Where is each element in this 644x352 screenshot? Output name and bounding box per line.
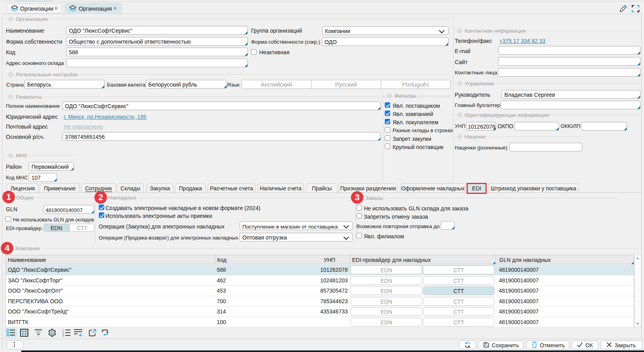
svg-text:3: 3 xyxy=(62,334,64,337)
